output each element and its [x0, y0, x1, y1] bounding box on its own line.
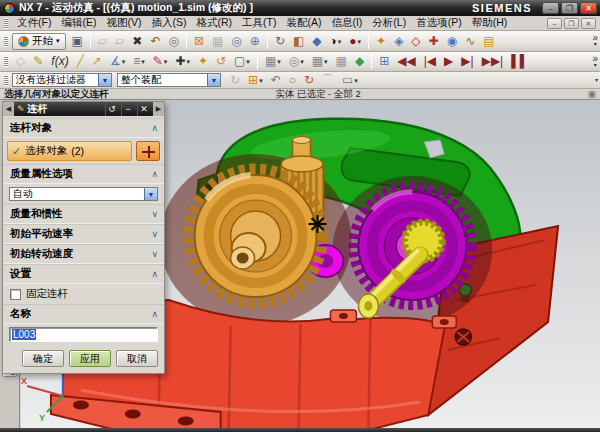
apply-button[interactable]: 应用	[69, 350, 111, 367]
dialog-close-button[interactable]: ✕	[137, 103, 150, 116]
spring-icon[interactable]: ∿	[462, 33, 478, 50]
export-icon[interactable]: ◆	[352, 53, 367, 70]
menu-insert[interactable]: 插入(S)	[146, 15, 191, 31]
measure-angle-icon[interactable]: ∡▾	[107, 53, 128, 70]
zoom-icon[interactable]: ⊕	[247, 33, 263, 50]
restore-button[interactable]: ❐	[561, 2, 578, 14]
pin-icon[interactable]: ◇	[13, 53, 28, 70]
rewind-icon[interactable]: ◀◀	[394, 53, 418, 70]
toolbar-overflow-button[interactable]: »▾	[592, 56, 598, 68]
start-button[interactable]: 开始 ▾	[12, 33, 66, 50]
name-input[interactable]: L003	[9, 327, 158, 342]
select-object-button[interactable]	[136, 141, 160, 161]
menu-assemblies[interactable]: 装配(A)	[281, 15, 326, 31]
dialog-reset-button[interactable]: ↺	[105, 103, 118, 116]
play-icon[interactable]: ▶	[441, 53, 456, 70]
ok-button[interactable]: 确定	[22, 350, 64, 367]
shadow-icon[interactable]: ▦▾	[309, 53, 331, 70]
rect-select-icon[interactable]: ▭▾	[339, 72, 361, 89]
mdi-minimize-button[interactable]: –	[547, 18, 562, 29]
selection-filter-combo[interactable]: 没有选择过滤器 ▼	[12, 73, 112, 87]
section-initial-translation[interactable]: 初始平动速率 ∨	[3, 224, 164, 244]
section-settings[interactable]: 设置 ∧	[3, 264, 164, 284]
paste-icon[interactable]: ▱	[95, 33, 110, 50]
section-mass-inertia[interactable]: 质量和惯性 ∨	[3, 204, 164, 224]
toolbar-overflow-button[interactable]: ▾	[595, 77, 598, 83]
select-object-row[interactable]: ✓ 选择对象 (2)	[7, 141, 132, 161]
toolbar-overflow-button[interactable]: »▾	[592, 35, 598, 47]
fx-icon[interactable]: f(x)	[48, 53, 71, 70]
snap-refresh-icon[interactable]: ↻	[227, 72, 243, 89]
menu-information[interactable]: 信息(I)	[326, 15, 367, 31]
chevron-down-icon[interactable]: ▼	[98, 74, 111, 86]
sensor-icon[interactable]: ◉	[444, 33, 460, 50]
command-finder-icon[interactable]: ◎	[165, 33, 181, 50]
face-style-icon[interactable]: ▦▾	[262, 53, 284, 70]
swirl-icon[interactable]: ↺	[213, 53, 229, 70]
arc-select-icon[interactable]: ⌒	[319, 72, 337, 89]
add-filter-icon[interactable]: ⊞▾	[245, 72, 266, 89]
dialog-prev-button[interactable]: ◀	[3, 102, 14, 116]
chevron-down-icon[interactable]: ▼	[144, 188, 157, 200]
menu-analysis[interactable]: 分析(L)	[367, 15, 411, 31]
dropdown-arrow: ▾	[324, 53, 328, 70]
mdi-restore-button[interactable]: ❐	[564, 18, 579, 29]
zoom-box-icon[interactable]: ◎	[228, 33, 244, 50]
step-back-icon[interactable]: |◀	[421, 53, 439, 70]
undo-icon[interactable]: ↶	[147, 33, 163, 50]
dialog-next-button[interactable]: ▶	[153, 102, 164, 116]
marker-icon[interactable]: ✚	[426, 33, 442, 50]
move-object-icon[interactable]: ✦	[195, 53, 211, 70]
vector-icon[interactable]: ↗	[89, 53, 105, 70]
step-forward-icon[interactable]: ▶|	[458, 53, 476, 70]
menu-help[interactable]: 帮助(H)	[467, 15, 513, 31]
menu-view[interactable]: 视图(V)	[101, 15, 146, 31]
shaded-view-icon[interactable]: ◆	[309, 33, 324, 50]
pause-icon[interactable]: ▌▌	[508, 53, 531, 70]
chart-grid-icon[interactable]: ⊞	[376, 53, 392, 70]
point-icon[interactable]: ✚▾	[172, 53, 193, 70]
show-hide-icon[interactable]: ▢▾	[231, 53, 253, 70]
chevron-down-icon[interactable]: ▼	[207, 74, 220, 86]
section-initial-rotation[interactable]: 初始转动速度 ∨	[3, 244, 164, 264]
close-button[interactable]: ✕	[580, 2, 597, 14]
grid-icon[interactable]: ▦	[333, 53, 350, 70]
menu-preferences[interactable]: 首选项(P)	[411, 15, 467, 31]
fast-forward-icon[interactable]: ▶▶|	[479, 53, 507, 70]
joint-icon[interactable]: ◈	[391, 33, 406, 50]
rotate-select-icon[interactable]: ↻	[301, 72, 317, 89]
copy-icon[interactable]: ▱	[112, 33, 127, 50]
solution-icon[interactable]: ▤	[480, 33, 497, 50]
save-icon[interactable]: ▣	[69, 33, 86, 50]
handles-icon[interactable]: ✎	[30, 53, 46, 70]
magnify-icon[interactable]: ◎▾	[286, 53, 307, 70]
fit-view-icon[interactable]: ⊠	[191, 33, 207, 50]
cancel-button[interactable]: 取消	[116, 350, 158, 367]
mass-option-combo[interactable]: 自动 ▼	[9, 187, 158, 201]
menu-file[interactable]: 文件(F)	[12, 15, 56, 31]
rotate-view-icon[interactable]: ●▾	[346, 33, 364, 50]
fix-link-checkbox[interactable]	[10, 289, 21, 300]
mdi-close-button[interactable]: ✕	[581, 18, 596, 29]
section-link-objects[interactable]: 连杆对象 ∧	[3, 118, 164, 138]
selection-scope-combo[interactable]: 整个装配 ▼	[117, 73, 221, 87]
orient-view-icon[interactable]: ◧	[290, 33, 307, 50]
constraint-icon[interactable]: ◇	[408, 33, 423, 50]
link-icon[interactable]: ✦	[373, 33, 389, 50]
edit-curve-icon[interactable]: ✎▾	[150, 53, 171, 70]
refresh-icon[interactable]: ↻	[272, 33, 288, 50]
layers-icon[interactable]: ≡▾	[130, 53, 148, 70]
pan-icon[interactable]: ▦	[209, 33, 226, 50]
undo-selection-icon[interactable]: ↶	[268, 72, 284, 89]
menu-tools[interactable]: 工具(T)	[237, 15, 281, 31]
section-mass-option[interactable]: 质量属性选项 ∧	[3, 164, 164, 184]
line-icon[interactable]: ╱	[74, 53, 87, 70]
minimize-button[interactable]: –	[542, 2, 559, 14]
dialog-minimize-button[interactable]: −	[121, 103, 134, 116]
circle-select-icon[interactable]: ○	[286, 72, 299, 89]
render-style-icon[interactable]: ◑▾	[327, 33, 345, 50]
menu-format[interactable]: 格式(R)	[191, 15, 237, 31]
section-name[interactable]: 名称 ∧	[3, 304, 164, 324]
menu-edit[interactable]: 编辑(E)	[56, 15, 101, 31]
delete-icon[interactable]: ✖	[129, 33, 145, 50]
